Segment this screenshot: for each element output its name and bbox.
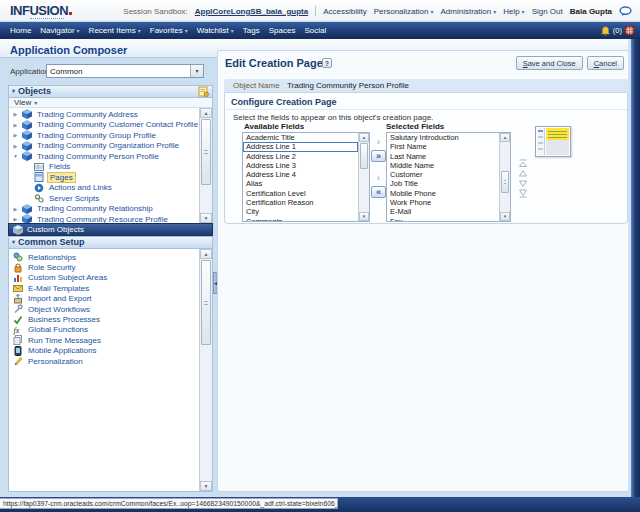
selected-field-option[interactable]: Mobile Phone	[387, 189, 499, 198]
move-left-icon[interactable]: ‹	[371, 173, 386, 185]
scroll-down-icon[interactable]: ▼	[200, 213, 212, 223]
scroll-up-icon[interactable]: ▲	[200, 108, 212, 118]
available-field-option[interactable]: Comments	[243, 217, 358, 221]
sidebar-item-e-mail-templates[interactable]: E-Mail Templates	[9, 283, 199, 293]
header-link-personalization[interactable]: Personalization▾	[374, 7, 434, 16]
available-fields-listbox[interactable]: Academic TitleAddress Line 1Address Line…	[242, 132, 370, 222]
selected-field-option[interactable]: Fax	[387, 217, 499, 221]
scrollbar-thumb[interactable]	[501, 171, 509, 193]
header-link-sign-out[interactable]: Sign Out	[532, 7, 563, 16]
sidebar-item-import-and-export[interactable]: Import and Export	[9, 294, 199, 304]
grid-icon[interactable]	[625, 26, 634, 35]
session-sandbox-link[interactable]: ApplCoreLongSB_bala_gupta	[195, 7, 308, 16]
nav-item-spaces[interactable]: Spaces	[269, 26, 296, 35]
sidebar-item-object-workflows[interactable]: Object Workflows	[9, 304, 199, 314]
sidebar-item-global-functions[interactable]: fxGlobal Functions	[9, 325, 199, 335]
selected-field-option[interactable]: E-Mail	[387, 207, 499, 216]
nav-item-home[interactable]: Home	[10, 26, 31, 35]
scroll-down-icon[interactable]: ▼	[500, 212, 510, 221]
bell-icon[interactable]	[601, 26, 610, 36]
tree-item-trading-community-group-profile[interactable]: ▶Trading Community Group Profile	[9, 130, 199, 141]
collapse-arrow-icon[interactable]: ▼	[12, 153, 19, 159]
scroll-up-icon[interactable]: ▲	[200, 249, 212, 259]
expand-arrow-icon[interactable]: ▶	[12, 111, 19, 117]
collapse-chevron-icon[interactable]: ▾	[12, 239, 15, 245]
scroll-down-icon[interactable]: ▼	[359, 212, 369, 221]
expand-arrow-icon[interactable]: ▶	[12, 143, 19, 149]
chevron-down-icon[interactable]: ▾	[190, 65, 203, 77]
sidebar-item-custom-subject-areas[interactable]: Custom Subject Areas	[9, 273, 199, 283]
scrollbar-thumb[interactable]	[360, 143, 368, 169]
header-link-help[interactable]: Help▾	[503, 7, 524, 16]
nav-item-navigator[interactable]: Navigator▾	[40, 26, 79, 35]
sidebar-item-mobile-applications[interactable]: Mobile Applications	[9, 346, 199, 356]
help-icon[interactable]: ?	[322, 58, 332, 68]
nav-item-favorites[interactable]: Favorites▾	[150, 26, 188, 35]
expand-arrow-icon[interactable]: ▶	[12, 122, 19, 128]
header-link-administration[interactable]: Administration▾	[440, 7, 496, 16]
tree-item-trading-community-address[interactable]: ▶Trading Community Address	[9, 109, 199, 120]
tree-item-trading-community-person-profile[interactable]: ▼Trading Community Person Profile	[9, 151, 199, 162]
expand-arrow-icon[interactable]: ▶	[12, 206, 19, 212]
sidebar-item-personalization[interactable]: Personalization	[9, 356, 199, 366]
tree-item-fields[interactable]: Fields	[9, 162, 199, 173]
move-all-left-icon[interactable]: «	[371, 186, 386, 198]
collapse-chevron-icon[interactable]: ▾	[12, 88, 15, 94]
common-setup-panel-header[interactable]: ▾Common Setup	[8, 236, 213, 249]
header-link-accessibility[interactable]: Accessibility	[323, 7, 367, 16]
tree-item-trading-community-resource-profile[interactable]: ▶Trading Community Resource Profile	[9, 214, 199, 223]
nav-item-tags[interactable]: Tags	[243, 26, 260, 35]
move-right-icon[interactable]: ›	[371, 137, 386, 149]
view-menu[interactable]: View▾	[8, 98, 213, 108]
nav-item-watchlist[interactable]: Watchlist▾	[197, 26, 234, 35]
sidebar-item-relationships[interactable]: Relationships	[9, 252, 199, 262]
setup-scrollbar[interactable]: ▲ ▼	[199, 249, 212, 491]
new-object-icon[interactable]	[198, 86, 209, 97]
application-select[interactable]: Common ▾	[46, 64, 204, 78]
sidebar-item-role-security[interactable]: Role Security	[9, 262, 199, 272]
scrollbar-thumb[interactable]	[201, 119, 211, 185]
selected-field-option[interactable]: Job Title	[387, 179, 499, 188]
selected-scrollbar[interactable]: ▲ ▼	[499, 133, 510, 221]
available-field-option[interactable]: Alias	[243, 179, 358, 188]
reorder-bottom-icon[interactable]	[518, 184, 528, 193]
save-and-close-button[interactable]: Save and Close	[516, 56, 583, 70]
tree-item-trading-community-organization-profile[interactable]: ▶Trading Community Organization Profile	[9, 141, 199, 152]
available-field-option[interactable]: Address Line 3	[243, 161, 358, 170]
scroll-down-icon[interactable]: ▼	[200, 481, 212, 491]
selected-fields-listbox[interactable]: Salutary IntroductionFirst NameLast Name…	[386, 132, 511, 222]
available-field-option[interactable]: Certification Level	[243, 189, 358, 198]
scrollbar-thumb[interactable]	[201, 260, 211, 345]
available-field-option[interactable]: Academic Title	[243, 133, 358, 142]
sidebar-item-custom-objects[interactable]: Custom Objects	[8, 223, 213, 236]
reorder-top-icon[interactable]	[518, 154, 528, 163]
sidebar-item-run-time-messages[interactable]: Run Time Messages	[9, 335, 199, 345]
available-field-option[interactable]: Address Line 1	[243, 142, 358, 151]
selected-field-option[interactable]: Customer	[387, 170, 499, 179]
selected-field-option[interactable]: Work Phone	[387, 198, 499, 207]
scroll-up-icon[interactable]: ▲	[500, 133, 510, 142]
tree-item-pages[interactable]: Pages	[9, 172, 199, 183]
selected-field-option[interactable]: Salutary Introduction	[387, 133, 499, 142]
expand-arrow-icon[interactable]: ▶	[12, 216, 19, 222]
sidebar-item-business-processes[interactable]: Business Processes	[9, 314, 199, 324]
reorder-down-icon[interactable]	[518, 174, 528, 183]
available-field-option[interactable]: Certification Reason	[243, 198, 358, 207]
tree-item-server-scripts[interactable]: Server Scripts	[9, 193, 199, 204]
tree-item-trading-community-customer-contact-profile[interactable]: ▶Trading Community Customer Contact Prof…	[9, 120, 199, 131]
expand-arrow-icon[interactable]: ▶	[12, 132, 19, 138]
selected-field-option[interactable]: Middle Name	[387, 161, 499, 170]
tree-item-actions-and-links[interactable]: Actions and Links	[9, 183, 199, 194]
tree-scrollbar[interactable]: ▲ ▼	[199, 108, 212, 223]
scroll-up-icon[interactable]: ▲	[359, 133, 369, 142]
reorder-up-icon[interactable]	[518, 164, 528, 173]
tree-item-trading-community-relationship[interactable]: ▶Trading Community Relationship	[9, 204, 199, 215]
selected-field-option[interactable]: Last Name	[387, 152, 499, 161]
available-field-option[interactable]: Address Line 4	[243, 170, 358, 179]
available-field-option[interactable]: City	[243, 207, 358, 216]
nav-item-social[interactable]: Social	[304, 26, 326, 35]
available-field-option[interactable]: Address Line 2	[243, 152, 358, 161]
nav-item-recent-items[interactable]: Recent Items▾	[89, 26, 141, 35]
objects-panel-header[interactable]: ▾Objects	[8, 85, 213, 98]
available-scrollbar[interactable]: ▲ ▼	[358, 133, 369, 221]
